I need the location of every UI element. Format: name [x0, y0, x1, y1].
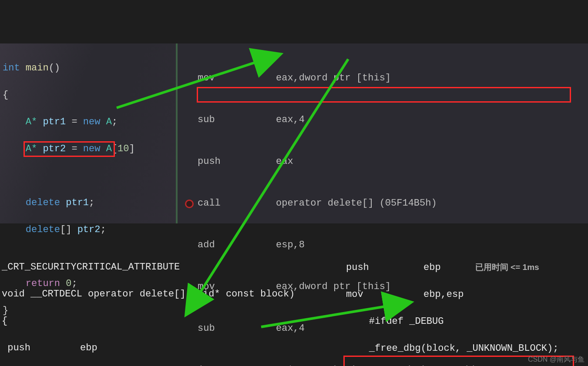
code-line: #ifdef _DEBUG: [346, 315, 588, 328]
code-line: void __CRTDECL operator delete[](void* c…: [2, 287, 346, 301]
disasm-line: calloperator delete[] (05F14B5h): [181, 196, 588, 210]
code-line: A* ptr1 = new A;: [3, 115, 176, 129]
disasm-line: moveax,dword ptr [this]: [181, 71, 588, 85]
code-line: [3, 169, 176, 183]
source-editor[interactable]: int main() { A* ptr1 = new A; A* ptr2 = …: [0, 43, 178, 223]
disasm-line: subeax,4: [181, 113, 588, 127]
code-line: int main(): [3, 61, 176, 75]
code-line: delete[] ptr2;: [3, 223, 176, 236]
disasm-line: movebp,esp: [346, 288, 588, 301]
disassembly-panel[interactable]: moveax,dword ptr [this] subeax,4 pusheax…: [178, 43, 588, 223]
code-line: {: [2, 314, 346, 328]
code-line: _free_dbg(block, _UNKNOWN_BLOCK);: [346, 342, 588, 355]
watermark: CSDN @南风与鱼: [528, 355, 585, 364]
bottom-row: _CRT_SECURITYCRITICAL_ATTRIBUTE void __C…: [0, 245, 588, 366]
breakpoint-icon[interactable]: [185, 200, 194, 208]
disasm-line: pusheax: [181, 155, 588, 169]
disasm-line: pushebp: [2, 341, 346, 355]
disasm-line: pushebp 已用时间 <= 1ms: [346, 260, 588, 274]
code-line: {: [3, 88, 176, 102]
highlight-delete-brackets: [24, 141, 115, 157]
highlight-call-operator-delete-brackets: [197, 87, 571, 103]
perf-tag: 已用时间 <= 1ms: [475, 263, 539, 272]
code-line: _CRT_SECURITYCRITICAL_ATTRIBUTE: [2, 260, 346, 274]
top-row: int main() { A* ptr1 = new A; A* ptr2 = …: [0, 43, 588, 223]
code-line: delete ptr1;: [3, 196, 176, 210]
operator-delete-brackets-panel[interactable]: _CRT_SECURITYCRITICAL_ATTRIBUTE void __C…: [0, 245, 346, 366]
operator-delete-panel[interactable]: pushebp 已用时间 <= 1ms movebp,esp #ifdef _D…: [346, 245, 588, 366]
